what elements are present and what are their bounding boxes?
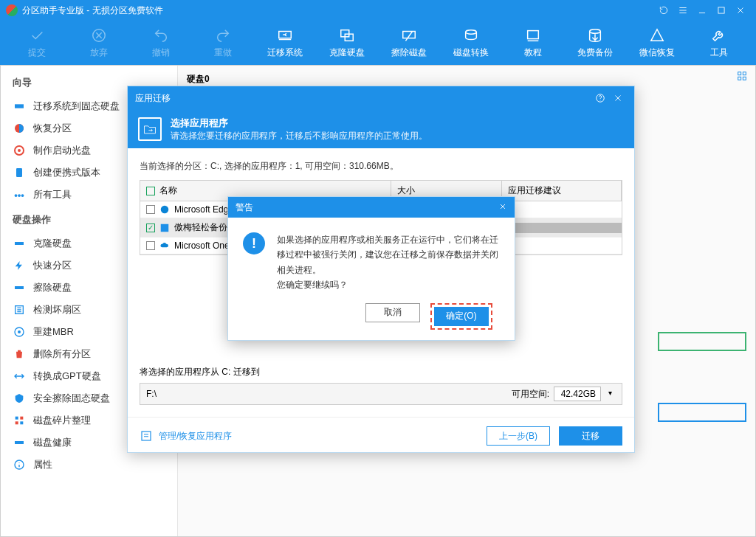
svg-rect-9 <box>15 104 24 108</box>
dialog-close-icon[interactable] <box>609 93 627 103</box>
svg-rect-14 <box>15 242 24 245</box>
warning-title: 警告 <box>236 201 253 214</box>
warning-message-1: 如果选择的应用程序或相关服务正在运行中，它们将在迁移过程中被强行关闭，建议您在迁… <box>277 232 500 277</box>
manage-apps-link[interactable]: 管理/恢复应用程序 <box>140 429 232 443</box>
selection-info: 当前选择的分区：C:, 选择的应用程序：1, 可用空间：310.66MB。 <box>140 160 622 173</box>
undo-button[interactable]: 撤销 <box>130 22 192 63</box>
dialog-title: 应用迁移 <box>135 92 171 105</box>
banner-title: 选择应用程序 <box>171 117 427 130</box>
aomei-icon <box>159 223 170 233</box>
free-space-dropdown[interactable]: 42.42GB <box>554 387 601 401</box>
svg-rect-19 <box>16 417 18 420</box>
col-name-header: 名称 <box>159 184 177 197</box>
svg-point-18 <box>18 330 21 333</box>
target-path-box: F:\ 可用空间: 42.42GB <box>140 383 622 405</box>
row-checkbox[interactable] <box>146 224 155 232</box>
wechat-recover-button[interactable]: 微信恢复 <box>626 22 688 63</box>
exclamation-icon: ! <box>243 232 265 254</box>
folder-arrow-icon <box>138 117 162 141</box>
svg-rect-26 <box>743 72 746 75</box>
window-title: 分区助手专业版 - 无损分区免费软件 <box>22 4 163 17</box>
close-icon[interactable] <box>731 3 750 18</box>
wipe-disk-button[interactable]: 擦除磁盘 <box>378 22 440 63</box>
edge-icon <box>159 204 170 215</box>
col-suggest-header: 应用迁移建议 <box>502 181 622 201</box>
refresh-icon[interactable] <box>654 3 673 18</box>
back-button[interactable]: 上一步(B) <box>487 426 550 446</box>
warning-message-2: 您确定要继续吗？ <box>277 277 500 292</box>
window-titlebar: 分区助手专业版 - 无损分区免费软件 <box>0 0 756 21</box>
tutorial-button[interactable]: 教程 <box>502 22 564 63</box>
svg-point-8 <box>590 29 601 33</box>
svg-rect-22 <box>20 421 23 424</box>
commit-button[interactable]: 提交 <box>6 22 68 63</box>
banner-subtitle: 请选择您要迁移的应用程序，迁移后不影响应用程序的正常使用。 <box>171 130 427 142</box>
partition-bar-2[interactable] <box>658 403 746 422</box>
menu-icon[interactable] <box>673 3 693 18</box>
svg-point-6 <box>466 30 477 34</box>
move-to-label: 将选择的应用程序从 C: 迁移到 <box>140 366 622 378</box>
migrate-os-button[interactable]: 迁移系统 <box>254 22 316 63</box>
maximize-icon[interactable] <box>712 3 731 18</box>
dialog-header: 应用迁移 <box>128 86 634 110</box>
svg-rect-27 <box>738 77 741 80</box>
target-path: F:\ <box>146 389 157 399</box>
cancel-button[interactable]: 取消 <box>365 303 420 322</box>
svg-rect-7 <box>528 30 539 38</box>
help-icon[interactable] <box>591 93 609 103</box>
svg-point-12 <box>18 149 21 152</box>
svg-rect-28 <box>743 77 746 80</box>
svg-rect-25 <box>738 72 741 75</box>
row-checkbox[interactable] <box>146 241 155 250</box>
convert-disk-button[interactable]: 磁盘转换 <box>440 22 502 63</box>
dialog-banner: 选择应用程序 请选择您要迁移的应用程序，迁移后不影响应用程序的正常使用。 <box>128 110 634 148</box>
svg-rect-0 <box>718 7 724 13</box>
svg-rect-13 <box>16 168 22 177</box>
tools-button[interactable]: 工具 <box>688 22 750 63</box>
svg-rect-32 <box>142 432 151 440</box>
svg-rect-15 <box>15 286 24 289</box>
row-checkbox[interactable] <box>146 205 155 214</box>
partition-bar-1[interactable] <box>658 332 746 351</box>
redo-button[interactable]: 重做 <box>192 22 254 63</box>
main-toolbar: 提交 放弃 撤销 重做 迁移系统 克隆硬盘 擦除磁盘 磁盘转换 教程 免费备份 … <box>0 21 756 65</box>
app-logo <box>6 4 18 16</box>
ok-button[interactable]: 确定(O) <box>434 307 489 326</box>
migrate-button[interactable]: 迁移 <box>559 426 622 446</box>
svg-rect-20 <box>20 417 23 420</box>
svg-rect-23 <box>15 441 24 444</box>
minimize-icon[interactable] <box>693 3 712 18</box>
ok-button-highlight: 确定(O) <box>430 303 492 330</box>
free-space-label: 可用空间: <box>512 388 549 401</box>
warning-dialog: 警告 ! 如果选择的应用程序或相关服务正在运行中，它们将在迁移过程中被强行关闭，… <box>227 196 515 341</box>
onedrive-icon <box>159 240 170 251</box>
discard-button[interactable]: 放弃 <box>68 22 130 63</box>
svg-rect-5 <box>403 31 416 38</box>
warning-close-icon[interactable] <box>498 202 507 213</box>
clone-disk-button[interactable]: 克隆硬盘 <box>316 22 378 63</box>
view-grid-icon[interactable] <box>736 70 748 85</box>
select-all-checkbox[interactable] <box>146 187 155 195</box>
svg-rect-31 <box>161 224 169 232</box>
svg-point-30 <box>161 206 169 214</box>
sidebar-properties[interactable]: 属性 <box>1 454 177 476</box>
svg-rect-21 <box>16 421 18 424</box>
free-backup-button[interactable]: 免费备份 <box>564 22 626 63</box>
